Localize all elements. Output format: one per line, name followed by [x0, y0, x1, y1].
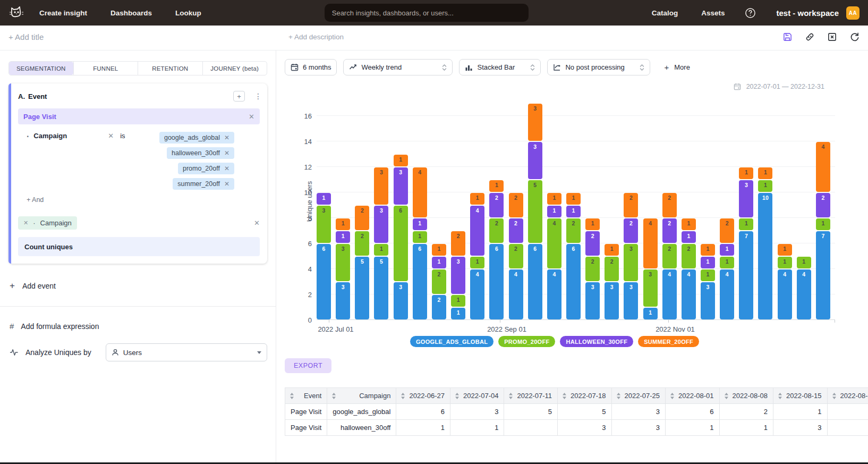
segment-promo_20off[interactable]: 3 [643, 269, 658, 307]
segment-halloween_30off[interactable]: 3 [739, 180, 753, 217]
segment-summer_20off[interactable]: 1 [739, 167, 753, 179]
post-processing-select[interactable]: No post processing [547, 59, 650, 75]
bar-2022-08-29[interactable]: 6221 [489, 98, 504, 320]
segment-summer_20off[interactable]: 2 [451, 231, 465, 256]
add-event-button[interactable]: + Add event [8, 281, 267, 291]
legend-promo_20off[interactable]: PROMO_20OFF [498, 336, 555, 347]
nav-catalog[interactable]: Catalog [652, 9, 678, 17]
column-header[interactable]: 2022-07-04 [450, 388, 504, 404]
segment-google_ads_global[interactable]: 3 [624, 282, 638, 319]
segment-summer_20off[interactable]: 1 [682, 218, 696, 230]
filter-property[interactable]: Campaign [33, 132, 108, 140]
segment-promo_20off[interactable]: 1 [374, 244, 388, 256]
bar-2022-08-01[interactable]: 6114 [413, 98, 427, 320]
column-header[interactable]: 2022-07-25 [611, 388, 666, 404]
segment-halloween_30off[interactable]: 2 [816, 193, 830, 217]
segment-google_ads_global[interactable]: 4 [509, 269, 523, 319]
cat-logo-icon[interactable] [8, 5, 24, 21]
bar-2022-07-04[interactable]: 3311 [336, 98, 350, 320]
sort-icon[interactable] [616, 392, 621, 399]
avatar[interactable]: AA [846, 6, 860, 20]
segment-google_ads_global[interactable]: 4 [682, 269, 696, 319]
help-icon[interactable] [745, 7, 756, 19]
trend-select[interactable]: Weekly trend [343, 59, 453, 75]
segment-halloween_30off[interactable]: 1 [336, 231, 350, 243]
filter-value-tag[interactable]: google_ads_global✕ [159, 132, 234, 144]
segment-summer_20off[interactable]: 1 [778, 244, 792, 256]
column-header[interactable]: Event [285, 388, 327, 404]
segment-promo_20off[interactable]: 1 [413, 231, 427, 243]
bar-2022-09-12[interactable]: 6533 [528, 98, 542, 320]
segment-google_ads_global[interactable]: 3 [585, 282, 600, 319]
bar-2022-07-25[interactable]: 3631 [394, 98, 408, 320]
segment-promo_20off[interactable]: 2 [682, 244, 696, 268]
segment-google_ads_global[interactable]: 3 [336, 282, 350, 319]
bar-2022-10-17[interactable]: 3322 [624, 98, 638, 320]
bar-2022-08-15[interactable]: 1132 [451, 98, 465, 320]
segment-google_ads_global[interactable]: 7 [739, 231, 753, 319]
segment-summer_20off[interactable]: 1 [432, 244, 446, 256]
bar-2022-10-10[interactable]: 321 [605, 98, 619, 320]
segment-promo_20off[interactable]: 1 [797, 257, 811, 268]
export-button[interactable]: EXPORT [285, 358, 331, 373]
bar-2022-11-14[interactable]: 3111 [701, 98, 715, 320]
bar-2022-10-24[interactable]: 134 [643, 98, 658, 320]
legend-summer_20off[interactable]: SUMMER_20OFF [638, 336, 699, 347]
segment-halloween_30off[interactable]: 2 [509, 218, 523, 243]
tab-segmentation[interactable]: SEGMENTATION [9, 62, 73, 75]
segment-halloween_30off[interactable]: 1 [720, 244, 734, 256]
segment-google_ads_global[interactable]: 3 [394, 282, 408, 319]
segment-halloween_30off[interactable]: 1 [701, 257, 715, 268]
segment-google_ads_global[interactable]: 4 [720, 269, 734, 319]
segment-halloween_30off[interactable]: 1 [317, 193, 331, 205]
tab-retention[interactable]: RETENTION [138, 62, 202, 75]
segment-summer_20off[interactable]: 2 [720, 218, 734, 243]
segment-promo_20off[interactable]: 2 [566, 218, 581, 243]
segment-promo_20off[interactable]: 1 [451, 295, 465, 307]
remove-value-icon[interactable]: ✕ [224, 134, 229, 141]
segment-halloween_30off[interactable]: 1 [547, 206, 561, 217]
segment-promo_20off[interactable]: 2 [432, 269, 446, 294]
segment-promo_20off[interactable]: 4 [547, 218, 561, 268]
sort-icon[interactable] [401, 392, 405, 399]
segment-halloween_30off[interactable]: 1 [432, 257, 446, 268]
segment-google_ads_global[interactable]: 6 [317, 244, 331, 319]
segment-halloween_30off[interactable]: 1 [566, 206, 581, 217]
bar-2022-09-19[interactable]: 4411 [547, 98, 561, 320]
chart-type-select[interactable]: Stacked Bar [459, 59, 541, 75]
segment-promo_20off[interactable]: 6 [394, 206, 408, 281]
sort-icon[interactable] [331, 392, 336, 399]
segment-promo_20off[interactable]: 2 [662, 244, 677, 268]
add-description-button[interactable]: + Add description [288, 33, 344, 41]
aggregation-selector[interactable]: Count uniques [18, 237, 260, 256]
segment-google_ads_global[interactable]: 6 [413, 244, 427, 319]
filter-value-tag[interactable]: promo_20off✕ [178, 163, 234, 174]
segment-summer_20off[interactable]: 4 [413, 167, 427, 217]
sort-icon[interactable] [670, 392, 675, 399]
add-formula-button[interactable]: # Add formula expression [8, 322, 267, 331]
filter-value-tag[interactable]: halloween_30off✕ [167, 147, 234, 159]
tab-funnel[interactable]: FUNNEL [73, 62, 138, 75]
segment-summer_20off[interactable]: 4 [643, 218, 658, 268]
segment-halloween_30off[interactable]: 1 [682, 231, 696, 243]
segment-google_ads_global[interactable]: 7 [816, 231, 830, 319]
bar-2022-08-22[interactable]: 4141 [470, 98, 484, 320]
column-header[interactable]: Campaign [327, 388, 396, 404]
segment-halloween_30off[interactable]: 3 [451, 257, 465, 294]
segment-google_ads_global[interactable]: 4 [547, 269, 561, 319]
segment-halloween_30off[interactable]: 2 [624, 218, 638, 243]
segment-summer_20off[interactable]: 1 [394, 155, 408, 166]
segment-promo_20off[interactable]: 2 [509, 244, 523, 268]
remove-breakdown-row-icon[interactable]: ✕ [254, 219, 260, 227]
sort-icon[interactable] [778, 392, 782, 399]
remove-filter-icon[interactable]: ✕ [108, 132, 114, 140]
bar-2022-07-18[interactable]: 5133 [374, 98, 388, 320]
segment-halloween_30off[interactable]: 3 [374, 206, 388, 243]
sort-icon[interactable] [508, 392, 513, 399]
event-menu-icon[interactable]: ⋮ [254, 95, 260, 98]
segment-promo_20off[interactable]: 5 [528, 180, 542, 243]
column-header[interactable]: 2022-08-22 [827, 388, 868, 404]
copy-link-icon[interactable] [805, 32, 815, 42]
segment-summer_20off[interactable]: 1 [585, 218, 600, 230]
segment-google_ads_global[interactable]: 10 [758, 193, 772, 319]
